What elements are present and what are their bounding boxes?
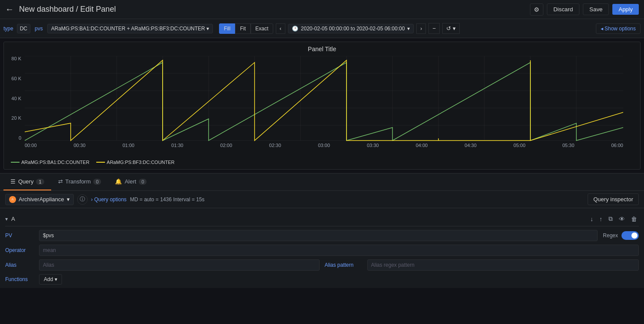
alias-pattern-input[interactable] bbox=[367, 259, 639, 271]
y-label-20k: 20 K bbox=[11, 115, 23, 121]
type-select[interactable]: DC bbox=[17, 24, 30, 33]
chart-svg bbox=[25, 56, 623, 143]
x-label-0330: 03:30 bbox=[367, 143, 379, 148]
alert-tab-icon: 🔔 bbox=[115, 178, 122, 185]
datasource-selector[interactable]: A ArchiverAppliance ▾ bbox=[5, 194, 74, 205]
section-a-title: A bbox=[11, 216, 585, 222]
y-label-40k: 40 K bbox=[11, 96, 23, 101]
toggle-visibility-button[interactable]: 👁 bbox=[617, 214, 627, 223]
fill-button[interactable]: Fill bbox=[219, 23, 235, 34]
bottom-panel: ☰ Query 1 ⇄ Transform 0 🔔 Alert 0 A Arch… bbox=[0, 173, 644, 288]
alias-pattern-label: Alias pattern bbox=[325, 262, 364, 268]
exact-button[interactable]: Exact bbox=[251, 23, 273, 34]
refresh-button[interactable]: ↺ ▾ bbox=[442, 23, 460, 34]
legend-label-ba1: ARaMG:PS:BA1:DC:COUNTER bbox=[21, 160, 89, 165]
x-label-0430: 04:30 bbox=[464, 143, 477, 148]
section-a-header: ▾ A ↓ ↑ ⧉ 👁 🗑 bbox=[5, 212, 639, 226]
move-up-button[interactable]: ↑ bbox=[598, 214, 604, 223]
x-label-0600: 06:00 bbox=[611, 143, 623, 148]
transform-tab-icon: ⇄ bbox=[58, 178, 63, 185]
alias-label: Alias bbox=[5, 262, 36, 268]
alert-tab-badge: 0 bbox=[139, 179, 147, 185]
transform-tab-label: Transform bbox=[65, 178, 91, 185]
show-options-button[interactable]: ◂ Show options bbox=[596, 23, 641, 34]
time-range-text: 2020-02-05 00:00:00 to 2020-02-05 06:00:… bbox=[301, 26, 405, 32]
legend-item-bf3: ARaMG:PS:BF3:DC:COUNTER bbox=[96, 160, 174, 165]
section-a-chevron[interactable]: ▾ bbox=[5, 216, 8, 222]
y-label-0: 0 bbox=[19, 135, 23, 141]
operator-label: Operator bbox=[5, 247, 36, 253]
x-label-0030: 00:30 bbox=[74, 143, 86, 148]
alias-row: Alias bbox=[5, 259, 320, 271]
transform-tab-badge: 0 bbox=[93, 179, 101, 185]
functions-row: Functions Add ▾ bbox=[5, 274, 639, 285]
apply-button[interactable]: Apply bbox=[612, 4, 639, 15]
delete-query-button[interactable]: 🗑 bbox=[629, 214, 639, 223]
type-label: type bbox=[3, 26, 13, 32]
nav-left-button[interactable]: ‹ bbox=[276, 23, 285, 34]
x-label-0100: 01:00 bbox=[122, 143, 134, 148]
datasource-chevron-icon: ▾ bbox=[67, 196, 70, 203]
operator-input[interactable] bbox=[39, 245, 639, 256]
query-opts-chevron-icon: › bbox=[91, 196, 93, 203]
add-chevron-icon: ▾ bbox=[55, 276, 57, 282]
breadcrumb: New dashboard / Edit Panel bbox=[19, 5, 530, 14]
query-tab-icon: ☰ bbox=[10, 178, 16, 185]
functions-label: Functions bbox=[5, 276, 36, 282]
view-buttons: Fill Fit Exact bbox=[219, 23, 273, 34]
tab-transform[interactable]: ⇄ Transform 0 bbox=[51, 173, 108, 190]
show-options-chevron-icon: ◂ bbox=[601, 26, 603, 32]
add-function-button[interactable]: Add ▾ bbox=[39, 274, 62, 285]
tabs-row: ☰ Query 1 ⇄ Transform 0 🔔 Alert 0 bbox=[0, 173, 644, 191]
top-header: ← New dashboard / Edit Panel ⚙ Discard S… bbox=[0, 0, 644, 19]
query-section-a: ▾ A ↓ ↑ ⧉ 👁 🗑 PV Regex Operator bbox=[0, 208, 644, 288]
toolbar-row: type DC pvs ARaMG:PS:BA1:DC:COUNTER + AR… bbox=[0, 19, 644, 38]
regex-toggle[interactable] bbox=[621, 231, 639, 240]
pvs-label: pvs bbox=[35, 26, 43, 32]
x-label-0530: 05:30 bbox=[562, 143, 575, 148]
query-options-label: Query options bbox=[94, 196, 127, 203]
panel-chart-area: Panel Title 80 K 60 K 40 K 20 K 0 bbox=[3, 42, 641, 170]
query-inspector-button[interactable]: Query inspector bbox=[588, 193, 639, 205]
query-meta-text: MD = auto = 1436 Interval = 15s bbox=[130, 196, 205, 203]
save-button[interactable]: Save bbox=[583, 3, 609, 15]
tab-alert[interactable]: 🔔 Alert 0 bbox=[108, 173, 154, 190]
x-label-0500: 05:00 bbox=[513, 143, 526, 148]
section-a-actions: ↓ ↑ ⧉ 👁 🗑 bbox=[588, 214, 639, 223]
zoom-out-button[interactable]: − bbox=[428, 23, 440, 34]
time-range-picker[interactable]: 🕐 2020-02-05 00:00:00 to 2020-02-05 06:0… bbox=[288, 24, 414, 33]
y-label-60k: 60 K bbox=[11, 76, 23, 81]
alias-pattern-row: Alias pattern bbox=[325, 259, 639, 271]
query-tab-badge: 1 bbox=[36, 179, 44, 185]
pv-input[interactable] bbox=[39, 230, 598, 241]
x-label-0230: 02:30 bbox=[269, 143, 281, 148]
legend-line-ba1 bbox=[11, 162, 20, 163]
legend-item-ba1: ARaMG:PS:BA1:DC:COUNTER bbox=[11, 160, 89, 165]
discard-button[interactable]: Discard bbox=[547, 3, 579, 15]
nav-right-button[interactable]: › bbox=[416, 23, 426, 34]
tab-query[interactable]: ☰ Query 1 bbox=[3, 173, 51, 190]
x-label-0300: 03:00 bbox=[318, 143, 330, 148]
datasource-icon: A bbox=[9, 196, 16, 203]
move-down-button[interactable]: ↓ bbox=[588, 214, 595, 223]
fit-button[interactable]: Fit bbox=[235, 23, 250, 34]
header-actions: ⚙ Discard Save Apply bbox=[530, 3, 639, 16]
legend-label-bf3: ARaMG:PS:BF3:DC:COUNTER bbox=[107, 160, 174, 165]
query-options-bar: A ArchiverAppliance ▾ ⓘ › Query options … bbox=[0, 191, 644, 208]
settings-button[interactable]: ⚙ bbox=[530, 3, 543, 16]
clock-icon: 🕐 bbox=[292, 26, 298, 32]
pv-selector[interactable]: ARaMG:PS:BA1:DC:COUNTER + ARaMG:PS:BF3:D… bbox=[47, 24, 213, 33]
x-label-0130: 01:30 bbox=[171, 143, 183, 148]
x-label-0000: 00:00 bbox=[25, 143, 37, 148]
add-label: Add bbox=[44, 276, 53, 282]
copy-button[interactable]: ⧉ bbox=[607, 214, 615, 223]
back-button[interactable]: ← bbox=[5, 4, 14, 14]
regex-label: Regex bbox=[603, 232, 618, 239]
pv-row: PV bbox=[5, 230, 598, 241]
panel-title: Panel Title bbox=[4, 42, 640, 56]
pv-label: PV bbox=[5, 232, 36, 239]
info-button[interactable]: ⓘ bbox=[77, 194, 88, 205]
query-options-button[interactable]: › Query options bbox=[91, 196, 127, 203]
alias-input[interactable] bbox=[39, 259, 320, 271]
datasource-name: ArchiverAppliance bbox=[19, 196, 64, 203]
